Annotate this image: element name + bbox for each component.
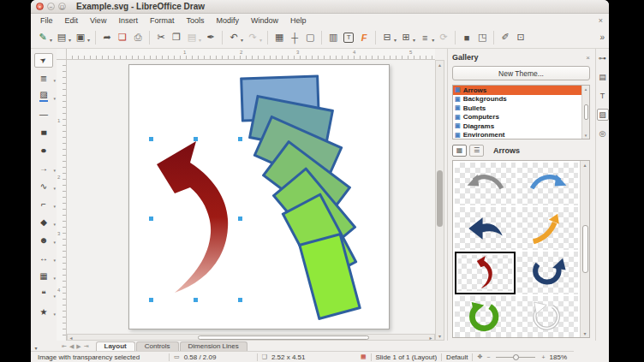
dropdown-arrow-icon[interactable]: ▾ — [394, 37, 397, 43]
menu-view[interactable]: View — [84, 15, 112, 26]
selection-handle[interactable] — [194, 298, 198, 302]
distribute-button[interactable]: ≡ — [418, 30, 432, 45]
dropdown-arrow-icon[interactable]: ▾ — [53, 96, 56, 101]
open-button[interactable]: ▤ — [55, 30, 69, 45]
dropdown-arrow-icon[interactable]: ▾ — [69, 37, 71, 43]
display-grid-button[interactable]: ▦ — [272, 30, 286, 45]
dropdown-arrow-icon[interactable]: ▾ — [53, 240, 56, 245]
list-view-button[interactable]: ☰ — [469, 145, 484, 157]
selection-handle[interactable] — [194, 137, 198, 141]
crop-image-button[interactable]: ◳ — [475, 30, 489, 45]
gallery-item-curved-arrow-blue[interactable] — [517, 163, 578, 205]
theme-item-computers[interactable]: ▣Computers — [453, 113, 581, 122]
select-tool[interactable]: ➤ — [34, 53, 53, 68]
close-document-icon[interactable]: × — [599, 16, 605, 25]
sidebar-tab-navigator[interactable]: ◎ — [597, 128, 609, 139]
menu-insert[interactable]: Insert — [112, 15, 144, 26]
sidebar-tab-gallery[interactable]: ▨ — [597, 109, 609, 121]
document-modified-icon[interactable]: ▦ — [361, 353, 367, 360]
insert-text-box-button[interactable]: T — [343, 33, 354, 43]
glue-points-button[interactable]: ⊡ — [514, 30, 528, 45]
stars-tool[interactable]: ★▾ — [34, 305, 53, 319]
dropdown-arrow-icon[interactable]: ▾ — [53, 186, 56, 191]
scroll-thumb[interactable] — [582, 225, 588, 273]
line-style-tool[interactable]: ≣▾ — [34, 71, 53, 86]
theme-item-backgrounds[interactable]: ▣Backgrounds — [453, 95, 581, 104]
selected-red-curved-arrow[interactable] — [150, 137, 244, 304]
selection-handle[interactable] — [238, 137, 242, 141]
gallery-item-curved-arrow-gray[interactable] — [455, 163, 516, 205]
sidebar-tab-styles[interactable]: T — [597, 90, 609, 102]
vertical-ruler[interactable]: 1 2 3 4 — [57, 60, 67, 341]
menu-tools[interactable]: Tools — [180, 15, 210, 26]
dropdown-arrow-icon[interactable]: ▾ — [53, 294, 56, 299]
menu-help[interactable]: Help — [284, 15, 313, 26]
dropdown-arrow-icon[interactable]: ▾ — [53, 276, 56, 281]
menu-edit[interactable]: Edit — [59, 15, 85, 26]
dropdown-arrow-icon[interactable]: ▾ — [50, 37, 52, 43]
toolbar-overflow-button[interactable]: » — [599, 33, 605, 42]
tab-dimension-lines[interactable]: Dimension Lines — [180, 341, 247, 351]
dropdown-arrow-icon[interactable]: ▾ — [53, 78, 56, 83]
dropdown-arrow-icon[interactable]: ▾ — [199, 37, 201, 43]
selection-handle[interactable] — [238, 298, 242, 302]
gallery-grid-scrollbar[interactable]: ▴ ▾ — [580, 161, 589, 337]
insert-image-button[interactable]: ▥ — [326, 30, 340, 45]
rectangle-tool[interactable]: ■ — [34, 125, 53, 139]
lines-and-arrows-tool[interactable]: →▾ — [34, 161, 53, 175]
clone-formatting-button[interactable]: ✒ — [204, 30, 218, 45]
gallery-item-arrow-navy[interactable] — [455, 207, 516, 250]
vertical-scroll-thumb[interactable] — [437, 170, 443, 227]
next-page-icon[interactable]: ▶ — [76, 343, 80, 350]
fill-color-tool[interactable]: ▨▾ — [34, 89, 53, 104]
export-button[interactable]: ➦ — [100, 30, 114, 45]
helplines-button[interactable]: ┼ — [288, 30, 301, 45]
zoom-slider[interactable] — [496, 357, 535, 358]
gallery-item-circular-arrow-green[interactable] — [455, 296, 516, 338]
selection-handle[interactable] — [238, 217, 242, 221]
save-button[interactable]: ▣ — [74, 30, 87, 45]
menu-modify[interactable]: Modify — [210, 15, 245, 26]
scroll-left-icon[interactable]: ◂ — [68, 335, 75, 341]
horizontal-ruler[interactable]: 1 2 3 4 5 — [67, 49, 435, 60]
horizontal-scrollbar[interactable]: ◂ ▸ — [67, 334, 435, 341]
scroll-down-icon[interactable]: ▾ — [583, 330, 586, 336]
flowchart-tool[interactable]: ▦▾ — [34, 269, 53, 283]
page-style[interactable]: Default — [446, 353, 468, 361]
theme-item-environment[interactable]: ▣Environment — [453, 131, 581, 140]
cut-button[interactable]: ✂ — [154, 30, 168, 45]
edit-points-button[interactable]: ✐ — [498, 30, 512, 45]
horizontal-scroll-thumb[interactable] — [198, 335, 369, 340]
dropdown-arrow-icon[interactable]: ▾ — [53, 312, 56, 317]
print-button[interactable]: ⎙ — [131, 30, 145, 45]
theme-list-scrollbar[interactable]: ▴ ▾ — [581, 86, 589, 139]
scroll-down-icon[interactable]: ▾ — [585, 133, 587, 138]
undo-button[interactable]: ↶ — [227, 30, 241, 45]
dropdown-arrow-icon[interactable]: ▾ — [53, 222, 56, 227]
gallery-item-curved-arrow-red-selected[interactable] — [455, 252, 516, 294]
arrange-button[interactable]: ⊞ — [399, 30, 413, 45]
zoom-slider-thumb[interactable] — [513, 354, 519, 360]
dropdown-arrow-icon[interactable]: ▾ — [53, 258, 56, 263]
block-arrows-tool[interactable]: ↔▾ — [34, 251, 53, 265]
align-objects-button[interactable]: ⊟ — [380, 30, 394, 45]
previous-page-icon[interactable]: ◀ — [69, 343, 74, 350]
zoom-out-icon[interactable]: − — [486, 354, 490, 360]
rotate-button[interactable]: ⟳ — [437, 30, 450, 45]
tab-bar-menu-icon[interactable]: ▾ — [31, 345, 41, 351]
tab-controls[interactable]: Controls — [136, 341, 179, 351]
fontwork-button[interactable]: F — [357, 30, 371, 45]
theme-item-bullets[interactable]: ▣Bullets — [453, 104, 581, 113]
callouts-tool[interactable]: ❝▾ — [34, 287, 53, 301]
selection-handle[interactable] — [149, 298, 153, 302]
paste-button[interactable]: ▤ — [185, 30, 199, 45]
shadow-button[interactable]: ■ — [460, 30, 474, 45]
curve-tool[interactable]: ∿▾ — [34, 179, 53, 193]
new-theme-button[interactable]: New Theme... — [452, 66, 590, 80]
scroll-up-icon[interactable]: ▴ — [585, 86, 587, 92]
theme-item-diagrams[interactable]: ▣Diagrams — [453, 122, 581, 131]
scroll-up-icon[interactable]: ▴ — [583, 162, 586, 168]
scroll-right-icon[interactable]: ▸ — [427, 335, 434, 341]
gallery-item-curved-arrow-orange[interactable] — [517, 207, 578, 250]
symbol-shapes-tool[interactable]: ☻▾ — [34, 233, 53, 247]
